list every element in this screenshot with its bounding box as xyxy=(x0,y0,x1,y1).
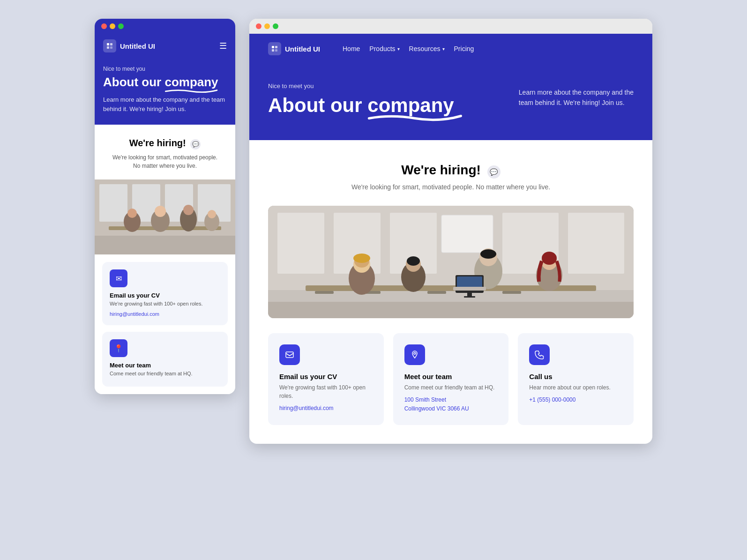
desktop-hiring-section: We're hiring! 💬 We're looking for smart,… xyxy=(249,140,652,206)
desktop-window-bar xyxy=(249,19,652,34)
svg-point-39 xyxy=(353,254,370,263)
mobile-hiring-sub2: No matter where you live. xyxy=(104,162,226,170)
svg-point-48 xyxy=(542,252,557,265)
email-card-title: Email us your CV xyxy=(279,373,373,381)
mobile-logo-area[interactable]: Untitled UI xyxy=(103,39,155,52)
svg-point-15 xyxy=(183,205,194,215)
desktop-hero: Nice to meet you About our company Learn… xyxy=(249,64,652,140)
svg-rect-3 xyxy=(110,46,112,49)
desktop-email-card: Email us your CV We're growing fast with… xyxy=(268,333,384,425)
svg-rect-25 xyxy=(277,213,324,274)
hero-headline: About our company xyxy=(268,94,454,117)
location-card-title: Meet our team xyxy=(404,373,498,381)
hero-right: Learn more about the company and the tea… xyxy=(519,82,634,108)
resources-chevron-icon: ▾ xyxy=(442,46,445,52)
svg-rect-18 xyxy=(95,236,235,254)
svg-point-11 xyxy=(127,209,137,218)
desktop-close-dot[interactable] xyxy=(256,23,261,29)
location-icon-box: 📍 xyxy=(110,339,127,357)
desktop-hiring-subtitle: We're looking for smart, motivated peopl… xyxy=(268,183,634,191)
desktop-mockup: Untitled UI Home Products ▾ Resources ▾ … xyxy=(249,19,652,444)
svg-rect-1 xyxy=(110,43,112,45)
svg-rect-2 xyxy=(107,46,109,49)
minimize-dot[interactable] xyxy=(110,23,115,29)
mobile-headline: About our company xyxy=(103,75,227,90)
hiring-emoji-badge: 💬 xyxy=(487,165,500,179)
svg-rect-35 xyxy=(502,291,521,294)
desktop-contact-cards: Email us your CV We're growing fast with… xyxy=(268,333,634,425)
svg-rect-51 xyxy=(467,293,472,297)
location-card-title: Meet our team xyxy=(110,362,220,369)
svg-point-42 xyxy=(407,256,420,266)
desktop-header: Untitled UI Home Products ▾ Resources ▾ … xyxy=(249,34,652,140)
hero-headline-company: company xyxy=(367,94,454,117)
mobile-nav: Untitled UI ☰ xyxy=(103,39,227,52)
svg-rect-30 xyxy=(441,215,493,253)
desktop-location-icon xyxy=(404,344,425,365)
mobile-window-bar xyxy=(95,19,235,34)
location-link1[interactable]: 100 Smith Street xyxy=(404,396,498,404)
desktop-hiring-title: We're hiring! 💬 xyxy=(268,163,634,179)
svg-rect-0 xyxy=(107,43,109,45)
mobile-hero: Untitled UI ☰ Nice to meet you About our… xyxy=(95,34,235,125)
email-icon-box: ✉ xyxy=(110,269,127,287)
desktop-location-card: Meet our team Come meet our friendly tea… xyxy=(393,333,509,425)
mobile-body: We're hiring! 💬 We're looking for smart,… xyxy=(95,125,235,394)
hero-headline-start: About our xyxy=(268,94,367,116)
desktop-logo-area[interactable]: Untitled UI xyxy=(268,42,320,55)
svg-point-56 xyxy=(414,352,416,354)
desktop-body: We're hiring! 💬 We're looking for smart,… xyxy=(249,140,652,425)
email-link[interactable]: hiring@untitledui.com xyxy=(110,311,159,317)
location-card-desc: Come meet our friendly team at HQ. xyxy=(404,383,498,392)
products-chevron-icon: ▾ xyxy=(397,46,400,52)
svg-rect-20 xyxy=(275,46,277,48)
svg-rect-34 xyxy=(427,291,446,294)
nav-home[interactable]: Home xyxy=(343,45,360,52)
mobile-hiring-section: We're hiring! 💬 We're looking for smart,… xyxy=(95,125,235,179)
desktop-nav-links: Home Products ▾ Resources ▾ Pricing xyxy=(343,45,474,52)
headline-start: About our xyxy=(103,75,164,89)
svg-rect-19 xyxy=(272,46,274,48)
hero-right-text1: Learn more about the company and the xyxy=(519,89,634,96)
mobile-email-card: ✉ Email us your CV We're growing fast wi… xyxy=(102,262,228,325)
emoji-badge: 💬 xyxy=(190,139,201,149)
phone-link[interactable]: +1 (555) 000-0000 xyxy=(529,396,622,404)
mobile-logo-icon xyxy=(103,39,116,52)
hero-left: Nice to meet you About our company xyxy=(268,82,454,117)
maximize-dot[interactable] xyxy=(118,23,124,29)
nav-pricing[interactable]: Pricing xyxy=(454,45,474,52)
desktop-email-icon xyxy=(279,344,300,365)
nav-products[interactable]: Products ▾ xyxy=(369,45,399,52)
nav-resources[interactable]: Resources ▾ xyxy=(409,45,445,52)
mobile-eyebrow: Nice to meet you xyxy=(103,66,227,72)
desktop-logo-text: Untitled UI xyxy=(285,45,320,53)
svg-rect-22 xyxy=(275,49,277,52)
mobile-office-photo xyxy=(95,179,235,254)
mobile-subtext: Learn more about the company and the tea… xyxy=(103,95,227,113)
email-card-desc: We're growing fast with 100+ open roles. xyxy=(110,301,220,306)
svg-rect-5 xyxy=(99,184,127,222)
location-card-desc: Come meet our friendly team at HQ. xyxy=(110,371,220,376)
phone-card-desc: Hear more about our open roles. xyxy=(529,383,622,392)
mobile-hiring-sub1: We're looking for smart, motivated peopl… xyxy=(104,153,226,162)
email-link[interactable]: hiring@untitledui.com xyxy=(279,404,373,413)
svg-point-45 xyxy=(480,249,496,259)
hero-right-text2: team behind it. We're hiring! Join us. xyxy=(519,99,625,106)
desktop-nav: Untitled UI Home Products ▾ Resources ▾ … xyxy=(249,34,652,64)
desktop-phone-card: Call us Hear more about our open roles. … xyxy=(518,333,634,425)
svg-rect-52 xyxy=(464,296,475,298)
close-dot[interactable] xyxy=(101,23,107,29)
phone-card-title: Call us xyxy=(529,373,622,381)
svg-rect-32 xyxy=(315,291,334,294)
svg-rect-21 xyxy=(272,49,274,52)
desktop-maximize-dot[interactable] xyxy=(273,23,278,29)
svg-rect-29 xyxy=(568,213,624,274)
desktop-phone-icon xyxy=(529,344,550,365)
desktop-logo-icon xyxy=(268,42,281,55)
location-link2[interactable]: Collingwood VIC 3066 AU xyxy=(404,404,498,413)
desktop-minimize-dot[interactable] xyxy=(264,23,270,29)
svg-point-17 xyxy=(208,210,216,218)
mobile-logo-text: Untitled UI xyxy=(120,42,155,50)
svg-rect-54 xyxy=(268,302,634,318)
hamburger-icon[interactable]: ☰ xyxy=(219,41,227,51)
